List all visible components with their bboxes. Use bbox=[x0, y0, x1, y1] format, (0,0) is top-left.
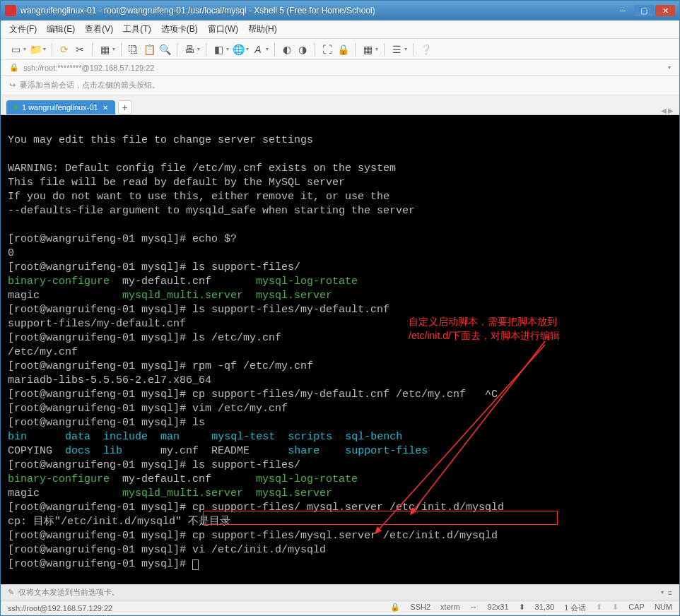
find-icon[interactable]: 🔍 bbox=[158, 43, 171, 56]
status-bar: ssh://root@192.168.57.129:22 🔒 SSH2 xter… bbox=[1, 600, 679, 615]
globe-icon[interactable]: 🌐 bbox=[232, 43, 245, 56]
menu-tools[interactable]: 工具(T) bbox=[123, 23, 151, 35]
lock-icon[interactable]: 🔒 bbox=[336, 43, 349, 56]
send-menu-icon[interactable]: ≡ bbox=[668, 588, 672, 597]
print-icon[interactable]: 🖶 bbox=[183, 43, 196, 56]
status-dot-icon bbox=[13, 105, 18, 109]
maximize-button[interactable]: ▢ bbox=[634, 5, 654, 16]
session-tab[interactable]: 1 wangruifenglinux-01 ✕ bbox=[6, 100, 115, 114]
info-text: 要添加当前会话，点击左侧的箭头按钮。 bbox=[20, 80, 160, 90]
send-icon[interactable]: ✎ bbox=[8, 588, 14, 597]
status-num: NUM bbox=[655, 603, 672, 613]
layout-icon[interactable]: ☰ bbox=[390, 43, 403, 56]
tile-icon[interactable]: ▦ bbox=[361, 43, 374, 56]
terminal[interactable]: You may edit this file to change server … bbox=[1, 115, 679, 584]
address-text[interactable]: ssh://root:********@192.168.57.129:22 bbox=[23, 64, 665, 72]
add-session-icon[interactable]: ↪ bbox=[9, 81, 16, 90]
new-tab-button[interactable]: + bbox=[118, 100, 132, 114]
status-lock-icon: 🔒 bbox=[390, 603, 400, 613]
app-icon bbox=[5, 5, 16, 16]
tool2-icon[interactable]: ◑ bbox=[296, 43, 309, 56]
address-bar: 🔒 ssh://root:********@192.168.57.129:22 … bbox=[1, 60, 679, 76]
status-up-icon[interactable]: ⬆ bbox=[596, 603, 602, 613]
copy-icon[interactable]: ⿻ bbox=[127, 43, 140, 56]
status-ssh: SSH2 bbox=[410, 603, 430, 613]
toolbar: ▭▾ 📁▾ ⟳ ✂ ▦▾ ⿻ 📋 🔍 🖶▾ ◧▾ 🌐▾ A▾ ◐ ◑ ⛶ 🔒 ▦… bbox=[1, 39, 679, 60]
info-bar: ↪ 要添加当前会话，点击左侧的箭头按钮。 bbox=[1, 76, 679, 95]
color-icon[interactable]: ◧ bbox=[212, 43, 225, 56]
svg-line-0 bbox=[411, 341, 545, 514]
window-title: wangruifenglinux-01 - root@wangruifeng-0… bbox=[20, 6, 613, 16]
new-session-icon[interactable]: ▭ bbox=[9, 43, 22, 56]
send-dropdown[interactable]: ▾ bbox=[661, 589, 664, 596]
menu-view[interactable]: 查看(V) bbox=[85, 23, 113, 35]
open-icon[interactable]: 📁 bbox=[29, 43, 42, 56]
menubar: 文件(F) 编辑(E) 查看(V) 工具(T) 选项卡(B) 窗口(W) 帮助(… bbox=[1, 20, 679, 39]
menu-window[interactable]: 窗口(W) bbox=[208, 23, 238, 35]
properties-icon[interactable]: ▦ bbox=[98, 43, 111, 56]
minimize-button[interactable]: ─ bbox=[613, 5, 633, 16]
highlight-box bbox=[203, 511, 558, 525]
disconnect-icon[interactable]: ✂ bbox=[74, 43, 86, 56]
fullscreen-icon[interactable]: ⛶ bbox=[321, 43, 334, 56]
status-cap: CAP bbox=[628, 603, 645, 613]
address-dropdown[interactable]: ▾ bbox=[668, 64, 671, 71]
status-connection: ssh://root@192.168.57.129:22 bbox=[8, 604, 112, 612]
menu-tabs[interactable]: 选项卡(B) bbox=[161, 23, 198, 35]
reconnect-icon[interactable]: ⟳ bbox=[58, 43, 71, 56]
tab-close-icon[interactable]: ✕ bbox=[102, 104, 108, 112]
titlebar: wangruifenglinux-01 - root@wangruifeng-0… bbox=[1, 1, 679, 20]
tab-bar: 1 wangruifenglinux-01 ✕ + ◀ ▶ bbox=[1, 95, 679, 115]
menu-help[interactable]: 帮助(H) bbox=[248, 23, 277, 35]
status-sessions: 1 会话 bbox=[564, 603, 586, 613]
menu-edit[interactable]: 编辑(E) bbox=[47, 23, 75, 35]
lock-small-icon: 🔒 bbox=[9, 63, 19, 72]
cursor bbox=[192, 559, 199, 570]
paste-icon[interactable]: 📋 bbox=[143, 43, 156, 56]
send-input-bar: ✎ 仅将文本发送到当前选项卡。 ▾ ≡ bbox=[1, 584, 679, 600]
close-button[interactable]: ✕ bbox=[655, 5, 675, 16]
status-pos: 31,30 bbox=[535, 603, 555, 613]
tab-next-icon[interactable]: ▶ bbox=[668, 107, 674, 114]
tab-prev-icon[interactable]: ◀ bbox=[661, 107, 667, 114]
menu-file[interactable]: 文件(F) bbox=[9, 23, 37, 35]
status-term: xterm bbox=[440, 603, 460, 613]
help-icon[interactable]: ❔ bbox=[419, 43, 432, 56]
annotation-text: 自定义启动脚本，需要把脚本放到 /etc/init.d/下面去，对脚本进行编辑 bbox=[409, 314, 560, 343]
tool1-icon[interactable]: ◐ bbox=[281, 43, 293, 56]
font-icon[interactable]: A bbox=[252, 43, 264, 56]
status-down-icon[interactable]: ⬇ bbox=[612, 603, 619, 613]
send-text[interactable]: 仅将文本发送到当前选项卡。 bbox=[18, 587, 658, 598]
status-size: 92x31 bbox=[488, 603, 509, 613]
status-size-icon: ↔ bbox=[470, 603, 478, 613]
tab-label: 1 wangruifenglinux-01 bbox=[22, 103, 98, 112]
status-pos-icon: ⬍ bbox=[519, 603, 525, 613]
